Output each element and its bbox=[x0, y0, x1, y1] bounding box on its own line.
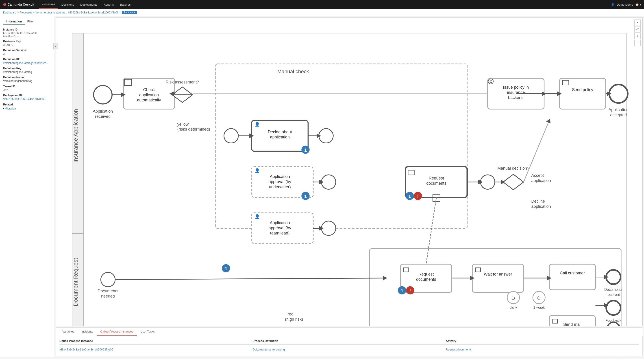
business-key-value: A-30173 bbox=[3, 43, 51, 47]
svg-point-46 bbox=[319, 129, 333, 143]
tenant-id-label: Tenant ID: bbox=[3, 85, 51, 88]
svg-text:documents: documents bbox=[426, 181, 446, 186]
runtime-badge[interactable]: Runtime ▾ bbox=[122, 11, 137, 14]
svg-text:👤: 👤 bbox=[255, 122, 260, 127]
nav-processes[interactable]: Processes bbox=[39, 0, 58, 9]
def-version-row: Definition Version: 3 bbox=[3, 49, 51, 56]
svg-text:Application: Application bbox=[270, 220, 290, 225]
svg-text:needed: needed bbox=[101, 294, 115, 298]
svg-text:Wait for answer: Wait for answer bbox=[484, 272, 512, 276]
svg-text:daily: daily bbox=[510, 306, 517, 309]
svg-text:1: 1 bbox=[408, 194, 411, 199]
def-key-label: Definition Key: bbox=[3, 67, 51, 70]
main-layout: Information Filter Instance ID: b836208e… bbox=[0, 16, 644, 357]
svg-point-118 bbox=[606, 270, 620, 284]
table-cell-definition-link[interactable]: Dokumentenanforderung bbox=[252, 348, 446, 351]
sidebar-tabs: Information Filter bbox=[3, 19, 51, 25]
svg-text:approval (by: approval (by bbox=[269, 225, 292, 230]
nav-decisions[interactable]: Decisions bbox=[59, 0, 77, 9]
svg-text:Request: Request bbox=[429, 176, 444, 180]
svg-text:application: application bbox=[139, 93, 159, 97]
pause-button[interactable]: ⏸ bbox=[634, 40, 641, 46]
collapse-sidebar-button[interactable]: ‹ bbox=[53, 43, 58, 49]
sep1: » bbox=[17, 11, 19, 14]
svg-text:automatically: automatically bbox=[137, 98, 161, 102]
svg-text:Manual decision?: Manual decision? bbox=[497, 166, 529, 171]
breadcrumb-processes[interactable]: Processes bbox=[20, 11, 32, 14]
table-cell-activity-link[interactable]: Request documents bbox=[446, 348, 639, 351]
related-label: Related bbox=[3, 103, 51, 106]
svg-text:Application: Application bbox=[93, 109, 113, 114]
zoom-in-button[interactable]: + bbox=[634, 33, 641, 39]
def-version-label: Definition Version: bbox=[3, 49, 51, 52]
close-button[interactable]: × bbox=[634, 20, 641, 26]
svg-text:team lead): team lead) bbox=[270, 231, 290, 235]
instance-id-row: Instance ID: b836208e-9c3a-11e6-a43c-a82… bbox=[3, 28, 51, 38]
nav-reports[interactable]: Reports bbox=[101, 0, 116, 9]
business-key-row: Business Key: A-30173 bbox=[3, 40, 51, 47]
svg-text:red: red bbox=[288, 312, 293, 316]
home-icon[interactable]: 🏠 ▾ bbox=[635, 3, 641, 6]
col-header-definition: Process Definition bbox=[252, 339, 446, 343]
breadcrumb-dashboard[interactable]: Dashboard bbox=[3, 11, 16, 14]
nav-deployments[interactable]: Deployments bbox=[78, 0, 100, 9]
instance-id-label: Instance ID: bbox=[3, 28, 51, 31]
sidebar: Information Filter Instance ID: b836208e… bbox=[0, 16, 54, 357]
svg-text:1: 1 bbox=[304, 147, 307, 153]
svg-text:Decide about: Decide about bbox=[268, 129, 292, 134]
related-migration[interactable]: Migration bbox=[3, 107, 51, 110]
deployment-id-value[interactable]: 9ab519b-9c39-11e6-a43c-a820663... bbox=[3, 98, 48, 101]
svg-point-54 bbox=[321, 175, 336, 189]
tab-incidents[interactable]: Incidents bbox=[78, 327, 97, 336]
tenant-id-row: Tenant ID: null bbox=[3, 85, 51, 92]
navbar: ⚙ Camunda Cockpit Processes Decisions De… bbox=[0, 0, 644, 9]
def-name-row: Definition Name: Versicherungsneuantrag bbox=[3, 76, 51, 83]
table-row: fd3a47a9-9c3a-11e6-a43c-a820663f4e06 Dok… bbox=[60, 346, 639, 352]
deployment-id-label: Deployment ID: bbox=[3, 94, 51, 97]
tab-variables[interactable]: Variables bbox=[59, 327, 78, 336]
tab-user-tasks[interactable]: User Tasks bbox=[137, 327, 158, 336]
svg-point-5 bbox=[94, 86, 112, 104]
user-icon: 👤 bbox=[611, 3, 614, 6]
svg-rect-27 bbox=[560, 78, 606, 109]
def-name-value: Versicherungsneuantrag bbox=[3, 79, 51, 83]
col-header-activity: Activity bbox=[446, 339, 639, 343]
breadcrumb: Dashboard » Processes » Versicherungsneu… bbox=[0, 9, 644, 16]
deployment-id-row: Deployment ID: 9ab519b-9c39-11e6-a43c-a8… bbox=[3, 94, 51, 101]
svg-text:Documents: Documents bbox=[604, 288, 622, 291]
svg-text:(risks determined): (risks determined) bbox=[177, 127, 210, 132]
def-id-value[interactable]: versicherungsneuantrag:3:b9af222d-... bbox=[3, 62, 49, 65]
tab-called-process-instances[interactable]: Called Process Instances bbox=[97, 327, 137, 336]
breadcrumb-instance-id[interactable]: b836208e-9c3a-11e6-a43c-a820663f4e06 bbox=[68, 11, 118, 14]
svg-text:Manual check: Manual check bbox=[278, 69, 309, 74]
table-cell-instance-link[interactable]: fd3a47a9-9c3a-11e6-a43c-a820663f4e06 bbox=[60, 348, 252, 351]
sidebar-tab-information[interactable]: Information bbox=[3, 19, 25, 25]
breadcrumb-definition[interactable]: Versicherungsneuantrag bbox=[36, 11, 64, 14]
logo-icon: ⚙ bbox=[3, 2, 6, 7]
def-version-value: 3 bbox=[3, 52, 51, 56]
svg-rect-112 bbox=[549, 264, 595, 290]
nav-batches[interactable]: Batches bbox=[117, 0, 133, 9]
svg-point-30 bbox=[609, 84, 628, 103]
instance-id-value: b836208e-9c3a-11e6-a43c-a820663f... bbox=[3, 32, 51, 38]
svg-point-63 bbox=[321, 221, 336, 235]
related-section: Related Migration bbox=[3, 103, 51, 110]
svg-text:received: received bbox=[606, 293, 620, 297]
svg-text:👤: 👤 bbox=[255, 168, 260, 173]
svg-text:Documents: Documents bbox=[98, 288, 118, 293]
svg-point-91 bbox=[101, 272, 115, 287]
svg-text:⚙: ⚙ bbox=[489, 79, 493, 84]
table-header: Called Process Instance Process Definiti… bbox=[60, 339, 639, 345]
reset-button[interactable]: ↺ bbox=[634, 26, 641, 33]
sidebar-tab-filter[interactable]: Filter bbox=[25, 19, 36, 25]
svg-text:!: ! bbox=[417, 194, 419, 199]
sep2: » bbox=[33, 11, 34, 14]
diagram-controls: × ↺ + ⏸ bbox=[634, 20, 641, 46]
tabs-bar: Variables Incidents Called Process Insta… bbox=[56, 327, 643, 336]
svg-text:Send policy: Send policy bbox=[572, 87, 593, 92]
svg-rect-103 bbox=[472, 264, 524, 292]
svg-text:application: application bbox=[270, 135, 290, 139]
svg-text:1: 1 bbox=[304, 194, 307, 199]
svg-text:1: 1 bbox=[401, 288, 403, 293]
svg-text:accepted: accepted bbox=[610, 112, 627, 117]
